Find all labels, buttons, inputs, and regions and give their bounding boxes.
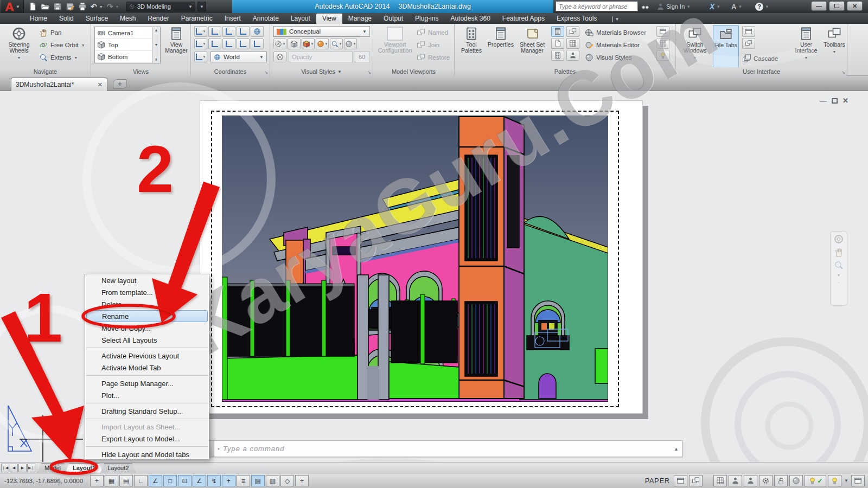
ribbon-display-options-button[interactable]: ▼ (606, 15, 622, 24)
toggle-lineweight[interactable]: ≡ (237, 475, 250, 486)
sheet-set-manager-button[interactable]: Sheet Set Manager (516, 25, 548, 54)
file-tab-active[interactable]: 3DMusholla2Lantai* ✕ (11, 78, 107, 91)
panel-visual-styles-label[interactable]: Visual Styles▼ (270, 67, 373, 76)
palette-small-button-3[interactable] (551, 38, 564, 49)
command-history-icon[interactable]: ▲ (674, 446, 679, 452)
space-indicator[interactable]: PAPER (645, 477, 670, 485)
shaded-style-button[interactable]: ▼ (302, 38, 315, 49)
toolbars-button[interactable]: Toolbars ▼ (822, 25, 846, 55)
switch-windows-button[interactable]: Switch Windows ▼ (679, 25, 711, 61)
command-line[interactable]: ▪ Type a command ▲ (208, 440, 682, 457)
toggle-3d-object-snap[interactable]: ⊡ (178, 475, 192, 486)
new-drawing-icon[interactable] (28, 2, 37, 11)
tile-vertically-button[interactable] (742, 38, 755, 49)
menu-item-drafting-standard-setup[interactable]: Drafting Standard Setup... (85, 405, 209, 417)
close-button[interactable]: ✕ (847, 1, 863, 11)
panel-coordinates-label[interactable]: Coordinates (191, 67, 270, 76)
autodesk360-button[interactable]: A ▼ (731, 0, 742, 13)
zoom-extents-button[interactable]: Extents ▼ (39, 53, 78, 62)
tab-layout2[interactable]: Layout2 (100, 463, 136, 473)
toggle-object-snap-tracking[interactable]: ∠ (193, 475, 206, 486)
panel-model-viewports-label[interactable]: Model Viewports (373, 67, 454, 76)
file-tab-close-icon[interactable]: ✕ (98, 81, 103, 88)
isolate-objects-button[interactable] (789, 475, 803, 486)
tab-model[interactable]: Model (37, 463, 68, 473)
next-tab-button[interactable]: ▶ (18, 464, 27, 472)
steering-wheels-button[interactable]: Steering Wheels ▼ (3, 25, 35, 61)
search-button[interactable] (641, 0, 649, 13)
quick-view-drawings-button[interactable] (689, 475, 703, 486)
drawing-close-icon[interactable]: ✕ (843, 97, 848, 105)
toggle-grid-display[interactable]: ▤ (119, 475, 133, 486)
menu-item-rename[interactable]: Rename (86, 310, 208, 322)
file-tabs-button[interactable]: File Tabs (713, 25, 739, 73)
tab-autodesk360[interactable]: Autodesk 360 (444, 14, 496, 24)
tab-surface[interactable]: Surface (80, 14, 114, 24)
view-manager-button[interactable]: View Manager (163, 25, 190, 54)
help-button[interactable]: ? ▼ (755, 0, 769, 13)
tab-plugins[interactable]: Plug-ins (409, 14, 444, 24)
ucs-object-button[interactable] (237, 26, 250, 37)
panel-palettes-label[interactable]: Palettes (455, 67, 675, 76)
palette-extra-button-1[interactable] (656, 26, 669, 37)
menu-item-from-template[interactable]: From template... (85, 286, 209, 298)
views-list-scrollbar[interactable]: ▲ ▼ ⇟ (152, 27, 160, 63)
pan-icon[interactable] (834, 247, 844, 257)
ucs-world-button[interactable] (251, 26, 264, 37)
tab-featured-apps[interactable]: Featured Apps (496, 14, 551, 24)
user-interface-button[interactable]: User Interface ▼ (791, 25, 821, 61)
panel-user-interface-label[interactable]: User Interface (676, 67, 847, 76)
panel-views-label[interactable]: Views (91, 67, 190, 76)
tile-horizontally-button[interactable] (742, 26, 755, 37)
zoom-icon[interactable] (834, 260, 844, 270)
quick-view-layouts-button[interactable] (674, 475, 687, 486)
navigation-wheel-icon[interactable] (834, 234, 844, 244)
command-customize-icon[interactable]: ▪ (214, 446, 223, 452)
toggle-object-snap[interactable]: □ (163, 475, 177, 486)
toggle-snap-mode[interactable]: ▦ (105, 475, 118, 486)
exchange-apps-button[interactable]: X ▼ (710, 0, 720, 13)
tab-manage[interactable]: Manage (342, 14, 378, 24)
opacity-toggle-button[interactable] (273, 52, 286, 62)
navbar-caret-icon[interactable]: ▼ (837, 273, 841, 277)
hardware-acceleration-button[interactable]: ✓ (805, 475, 826, 486)
materials-editor-button[interactable]: Materials Editor (585, 41, 640, 49)
tab-render[interactable]: Render (142, 14, 175, 24)
viewport-configuration-button[interactable]: Viewport Configuration (378, 25, 412, 54)
restore-viewports-button[interactable]: Restore (417, 53, 450, 62)
palette-small-button-6[interactable] (566, 50, 579, 61)
plot-icon[interactable] (78, 2, 87, 11)
opacity-value-box[interactable]: 60 (354, 52, 370, 62)
named-viewports-button[interactable]: Named (417, 28, 448, 37)
maximize-viewport-button[interactable] (713, 475, 727, 486)
visual-style-dropdown[interactable]: Conceptual ▼ (273, 26, 370, 37)
coordinates-display[interactable]: -123.7693, -17.6896, 0.0000 (0, 478, 90, 484)
pan-button[interactable]: Pan (39, 28, 61, 37)
restore-button[interactable] (829, 1, 845, 11)
redo-caret-icon[interactable]: ▼ (115, 5, 119, 9)
tool-palettes-button[interactable]: Tool Palettes (458, 25, 485, 54)
menu-item-move-or-copy[interactable]: Move or Copy... (85, 322, 209, 334)
view-list-item-bottom[interactable]: Bottom (95, 51, 160, 63)
ucs-previous-button[interactable] (208, 38, 221, 49)
menu-item-select-all-layouts[interactable]: Select All Layouts (85, 334, 209, 346)
toggle-ortho-mode[interactable]: ∟ (134, 475, 148, 486)
ucs-icon-button[interactable]: ▼ (194, 26, 207, 37)
toggle-polar-tracking[interactable]: ∠ (149, 475, 162, 486)
annotation-autoscale-button[interactable] (744, 475, 757, 486)
tab-express-tools[interactable]: Express Tools (551, 14, 603, 24)
drawing-minimize-icon[interactable]: — (820, 97, 827, 105)
new-file-tab-button[interactable]: + (113, 79, 127, 89)
materials-browser-button[interactable]: Materials Browser (585, 28, 646, 37)
application-status-button[interactable] (828, 475, 841, 486)
tab-output[interactable]: Output (378, 14, 409, 24)
join-viewports-button[interactable]: Join (417, 41, 439, 49)
menu-item-delete[interactable]: Delete (85, 298, 209, 310)
scroll-up-icon[interactable]: ▲ (155, 28, 158, 32)
visual-styles-palette-button[interactable]: Visual Styles (585, 53, 632, 62)
menu-item-page-setup-manager[interactable]: Page Setup Manager... (85, 377, 209, 389)
quick-access-customize-button[interactable]: ▼ (197, 2, 206, 11)
properties-palette-button[interactable]: Properties (486, 25, 515, 48)
toggle-transparency[interactable]: ▨ (251, 475, 265, 486)
toolbar-lock-button[interactable] (774, 475, 788, 486)
